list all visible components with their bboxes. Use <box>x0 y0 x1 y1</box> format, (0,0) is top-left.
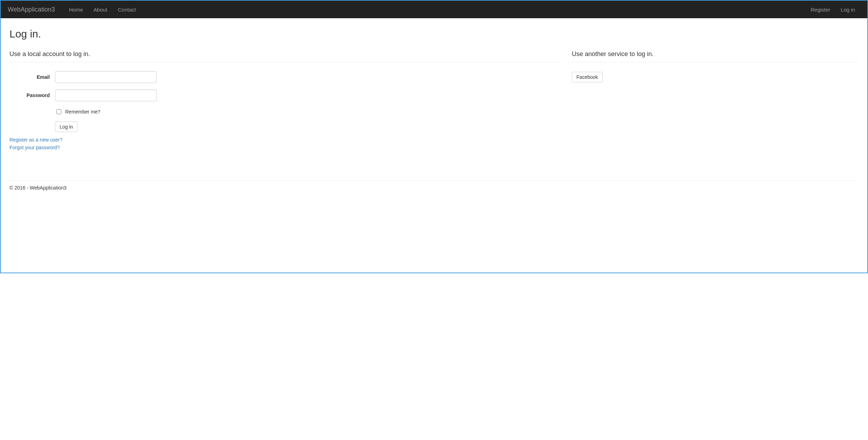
external-login-section: Use another service to log in. Facebook <box>572 47 859 152</box>
nav-link-register[interactable]: Register <box>805 1 835 18</box>
submit-row: Log in <box>55 122 561 132</box>
navbar: WebApplication3 Home About Contact Regis… <box>1 1 867 18</box>
nav-right: Register Log in <box>805 1 860 18</box>
login-links: Register as a new user? Forgot your pass… <box>9 137 561 150</box>
nav-link-contact[interactable]: Contact <box>113 1 141 18</box>
divider <box>9 62 561 62</box>
local-login-section: Use a local account to log in. Email Pas… <box>9 47 561 152</box>
nav-link-login[interactable]: Log in <box>835 1 860 18</box>
nav-link-about[interactable]: About <box>88 1 113 18</box>
login-form: Email Password Remember me? Log in <box>9 71 561 132</box>
login-button[interactable]: Log in <box>55 122 77 132</box>
email-field[interactable] <box>55 71 157 83</box>
main-container: Log in. Use a local account to log in. E… <box>1 18 867 173</box>
external-section-heading: Use another service to log in. <box>572 50 859 58</box>
footer: © 2016 - WebApplication3 <box>1 181 867 196</box>
email-label: Email <box>9 74 55 80</box>
nav-link-home[interactable]: Home <box>64 1 88 18</box>
content-row: Use a local account to log in. Email Pas… <box>9 47 859 152</box>
nav-left: Home About Contact <box>64 1 141 18</box>
password-group: Password <box>9 89 561 101</box>
footer-text: © 2016 - WebApplication3 <box>9 185 67 191</box>
facebook-login-button[interactable]: Facebook <box>572 72 602 82</box>
register-new-user-link[interactable]: Register as a new user? <box>9 137 62 143</box>
password-label: Password <box>9 92 55 98</box>
navbar-brand[interactable]: WebApplication3 <box>8 6 55 13</box>
remember-me-row: Remember me? <box>55 108 561 115</box>
remember-me-label[interactable]: Remember me? <box>65 109 100 115</box>
password-field[interactable] <box>55 89 157 101</box>
divider <box>572 62 859 62</box>
page-title: Log in. <box>9 28 859 40</box>
forgot-password-link[interactable]: Forgot your password? <box>9 145 60 150</box>
local-section-heading: Use a local account to log in. <box>9 50 561 58</box>
remember-me-checkbox[interactable] <box>56 109 61 114</box>
email-group: Email <box>9 71 561 83</box>
